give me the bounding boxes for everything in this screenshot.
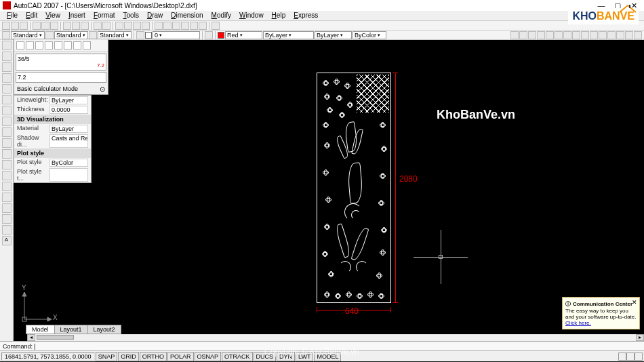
popup-link[interactable]: Click here. (565, 320, 591, 326)
menu-dimension[interactable]: Dimension (167, 11, 207, 20)
palette-button[interactable] (172, 22, 180, 30)
properties-palette[interactable]: Lineweight:ByLayer Thickness0.0000 3D Vi… (14, 95, 92, 183)
dim-leader-button[interactable] (599, 31, 607, 39)
new-button[interactable] (2, 22, 10, 30)
communication-center-popup[interactable]: ✕ ⓘCommunication Center The easy way to … (562, 297, 640, 329)
thickness-value[interactable]: 0.0000 (49, 106, 88, 114)
color-combo[interactable]: Red (225, 31, 262, 39)
calc-dist-button[interactable] (54, 41, 62, 49)
dim-quick-button[interactable] (572, 31, 580, 39)
save-button[interactable] (20, 22, 28, 30)
dim-aligned-button[interactable] (519, 31, 527, 39)
copy-button[interactable] (72, 22, 80, 30)
textstyle-combo[interactable]: Standard (11, 31, 45, 39)
dim-update-button[interactable] (634, 31, 642, 39)
block-tool[interactable] (2, 171, 12, 180)
layer-props-button[interactable] (136, 31, 144, 39)
menu-help[interactable]: Help (268, 11, 290, 20)
shadow-value[interactable]: Casts and Receives... (49, 134, 88, 148)
tab-layout1[interactable]: Layout1 (54, 325, 88, 334)
textstyle-icon[interactable] (2, 31, 10, 39)
calc-history-button[interactable] (26, 41, 34, 49)
undo-button[interactable] (94, 22, 102, 30)
dim-rad-button[interactable] (546, 31, 554, 39)
help-button[interactable] (212, 22, 220, 30)
point-tool[interactable] (2, 182, 12, 191)
calc-paste-button[interactable] (35, 41, 43, 49)
toggle-polar[interactable]: POLAR (167, 352, 194, 361)
menu-express[interactable]: Express (289, 11, 322, 20)
section-3d-visualization[interactable]: 3D Visualization (14, 115, 91, 124)
scroll-right-button[interactable]: ▸ (636, 334, 644, 341)
toggle-snap[interactable]: SNAP (96, 352, 118, 361)
zoom-button[interactable] (124, 22, 132, 30)
layer-prev-button[interactable] (205, 31, 213, 39)
tablestyle-combo[interactable]: Standard (98, 31, 132, 39)
toggle-grid[interactable]: GRID (118, 352, 139, 361)
spline-tool[interactable] (2, 127, 12, 137)
dim-center-button[interactable] (616, 31, 624, 39)
calc-help-button[interactable] (83, 41, 91, 49)
lineweight-combo[interactable]: ByLayer (315, 31, 352, 39)
pline-tool[interactable] (2, 62, 12, 72)
polygon-tool[interactable] (2, 73, 12, 83)
open-button[interactable] (11, 22, 19, 30)
dim-base-button[interactable] (581, 31, 589, 39)
plotstyle-combo[interactable]: ByColor (353, 31, 386, 39)
status-comm-icon[interactable] (635, 353, 643, 361)
paste-button[interactable] (81, 22, 89, 30)
layer-combo[interactable]: 0 (153, 31, 200, 39)
pan-button[interactable] (115, 22, 123, 30)
toggle-osnap[interactable]: OSNAP (195, 352, 222, 361)
print-button[interactable] (33, 22, 41, 30)
tab-layout2[interactable]: Layout2 (87, 325, 121, 334)
tablestyle-icon[interactable] (89, 31, 97, 39)
toggle-ortho[interactable]: ORTHO (140, 352, 167, 361)
lineweight-value[interactable]: ByLayer (49, 96, 88, 104)
arc-tool[interactable] (2, 95, 12, 104)
dimstyle-icon[interactable] (45, 31, 54, 39)
material-value[interactable]: ByLayer (49, 125, 88, 133)
calc-getpt-button[interactable] (45, 41, 53, 49)
calc-angle-button[interactable] (64, 41, 72, 49)
insert-tool[interactable] (2, 160, 12, 169)
dimstyle-combo[interactable]: Standard (54, 31, 88, 39)
mtext-tool[interactable]: A (2, 236, 12, 245)
revcloud-tool[interactable] (2, 117, 12, 126)
calc-result[interactable]: 7.2 (18, 74, 104, 81)
dim-tol-button[interactable] (607, 31, 616, 39)
horizontal-scrollbar[interactable]: ◂ ▸ (27, 334, 644, 341)
popup-close-button[interactable]: ✕ (632, 299, 637, 306)
menu-edit[interactable]: Edit (22, 11, 41, 20)
dim-ang-button[interactable] (563, 31, 571, 39)
plot-preview-button[interactable] (41, 22, 49, 30)
menu-insert[interactable]: Insert (64, 11, 89, 20)
gradient-tool[interactable] (2, 203, 12, 213)
dim-cont-button[interactable] (590, 31, 598, 39)
ellipsearc-tool[interactable] (2, 149, 12, 159)
circle-tool[interactable] (2, 106, 12, 115)
section-plot-style[interactable]: Plot style (14, 148, 91, 158)
dim-dia-button[interactable] (555, 31, 563, 39)
rect-tool[interactable] (2, 84, 12, 94)
menu-tools[interactable]: Tools (119, 11, 143, 20)
table-tool[interactable] (2, 225, 12, 235)
zoom-prev-button[interactable] (142, 22, 150, 30)
sheetset-button[interactable] (181, 22, 189, 30)
calc-button[interactable] (199, 22, 207, 30)
status-lock-icon[interactable] (626, 353, 635, 361)
coordinates-display[interactable]: 16841.5791, 7573.1855, 0.0000 (1, 353, 95, 361)
calc-x-button[interactable] (73, 41, 81, 49)
dim-edit-button[interactable] (625, 31, 633, 39)
calc-clear-button[interactable] (16, 41, 24, 49)
dim-arc-button[interactable] (528, 31, 536, 39)
line-tool[interactable] (2, 41, 12, 50)
ellipse-tool[interactable] (2, 138, 12, 148)
scroll-left-button[interactable]: ◂ (27, 334, 35, 341)
menu-format[interactable]: Format (89, 11, 119, 20)
tab-model[interactable]: Model (26, 325, 55, 334)
plotstyle-t-value[interactable] (49, 168, 88, 182)
xline-tool[interactable] (2, 52, 12, 61)
menu-window[interactable]: Window (235, 11, 268, 20)
redo-button[interactable] (102, 22, 110, 30)
